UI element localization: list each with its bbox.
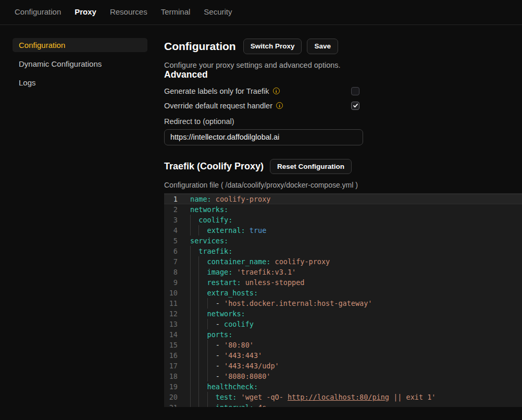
line-number: 16 [164,350,178,361]
code-line[interactable]: 17- '443:443/udp' [164,361,522,371]
line-number: 11 [164,298,178,308]
line-content: healthcheck: [190,381,258,392]
line-number: 15 [164,340,178,350]
line-content: - 'host.docker.internal:host-gateway' [190,298,372,308]
page-layout: ConfigurationDynamic ConfigurationsLogs … [0,25,522,407]
info-icon: i [276,102,283,109]
line-number: 4 [164,225,178,236]
code-token: true [250,225,267,236]
nav-item-resources[interactable]: Resources [110,7,147,24]
code-token: restart: [207,277,241,288]
code-line[interactable]: 10extra_hosts: [164,288,522,298]
code-editor[interactable]: 1name: coolify-proxy2networks:3coolify:4… [164,193,522,407]
code-line[interactable]: 16- '443:443' [164,350,522,361]
code-token: name: [190,194,212,204]
code-line[interactable]: 18- '8080:8080' [164,371,522,381]
indent-guide [207,340,216,350]
code-line[interactable]: 6traefik: [164,246,522,256]
code-line[interactable]: 11- 'host.docker.internal:host-gateway' [164,298,522,308]
reset-configuration-button[interactable]: Reset Configuration [270,159,352,175]
sidebar-item-configuration[interactable]: Configuration [13,38,147,52]
code-token: '443:443/udp' [224,361,279,371]
code-token [212,194,216,204]
code-line[interactable]: 9restart: unless-stopped [164,277,522,288]
code-line[interactable]: 15- '80:80' [164,340,522,350]
code-token [237,392,241,402]
code-line[interactable]: 12networks: [164,308,522,319]
indent-guide [190,381,198,392]
line-number: 3 [164,215,178,225]
nav-item-terminal[interactable]: Terminal [161,7,191,24]
line-content: - '80:80' [190,340,254,350]
line-content: ports: [190,329,232,340]
code-token [245,225,250,236]
code-line[interactable]: 4external: true [164,225,522,236]
code-line[interactable]: 1name: coolify-proxy [164,194,522,204]
code-line[interactable]: 7container_name: coolify-proxy [164,256,522,267]
code-line[interactable]: 19healthcheck: [164,381,522,392]
redirect-to-input[interactable] [164,129,363,145]
code-token: networks: [207,308,245,319]
code-token: container_name: [207,256,271,267]
code-token: image: [207,267,233,277]
code-token: coolify-proxy [216,194,271,204]
line-content: services: [190,236,228,246]
code-line[interactable]: 8image: 'traefik:v3.1' [164,267,522,277]
indent-guide [190,288,198,298]
indent-guide [198,340,207,350]
line-number: 2 [164,204,178,215]
indent-guide [198,319,207,329]
indent-guide [198,267,207,277]
traefik-section-title: Traefik (Coolify Proxy) [164,161,264,172]
sidebar-item-logs[interactable]: Logs [13,76,147,90]
line-number: 7 [164,256,178,267]
indent-guide [198,381,207,392]
line-number: 18 [164,371,178,381]
line-content: - coolify [190,319,254,329]
code-token: 'host.docker.internal:host-gateway' [224,298,372,308]
code-line[interactable]: 20test: 'wget -qO- http://localhost:80/p… [164,392,522,402]
indent-guide [190,350,198,361]
sidebar-item-dynamic-configurations[interactable]: Dynamic Configurations [13,57,147,71]
main-content: Configuration Switch Proxy Save Configur… [164,39,522,407]
nav-item-configuration[interactable]: Configuration [15,7,61,24]
code-line[interactable]: 2networks: [164,204,522,215]
code-line[interactable]: 3coolify: [164,215,522,225]
nav-item-security[interactable]: Security [204,7,232,24]
line-number: 20 [164,392,178,402]
indent-guide [207,361,216,371]
indent-guide [207,402,216,407]
indent-guide [190,329,198,340]
indent-guide [190,308,198,319]
line-content: coolify: [190,215,232,225]
indent-guide [190,402,198,407]
indent-guide [207,392,216,402]
code-token [232,267,237,277]
code-token: - [216,298,224,308]
checkbox-override-default-request-handler[interactable] [351,102,359,110]
info-icon: i [273,88,280,94]
code-token [241,277,245,288]
indent-guide [198,392,207,402]
code-line[interactable]: 5services: [164,236,522,246]
switch-proxy-button[interactable]: Switch Proxy [243,39,302,54]
indent-guide [198,298,207,308]
line-number: 19 [164,381,178,392]
line-content: name: coolify-proxy [190,194,270,204]
line-number: 6 [164,246,178,256]
indent-guide [190,267,198,277]
code-line[interactable]: 21interval: 4s [164,402,522,407]
nav-item-proxy[interactable]: Proxy [74,7,96,24]
code-line[interactable]: 13- coolify [164,319,522,329]
line-content: interval: 4s [190,402,266,407]
code-token: || exit 1' [389,392,436,402]
line-content: extra_hosts: [190,288,258,298]
checkbox-generate-labels-only-for-traefik[interactable] [351,87,359,95]
save-button[interactable]: Save [307,39,338,54]
checkmark-icon [353,103,358,108]
code-line[interactable]: 14ports: [164,329,522,340]
line-number: 1 [164,194,178,204]
page-header: Configuration Switch Proxy Save [164,39,522,54]
code-link[interactable]: http://localhost:80/ping [288,392,389,402]
code-token [270,256,275,267]
